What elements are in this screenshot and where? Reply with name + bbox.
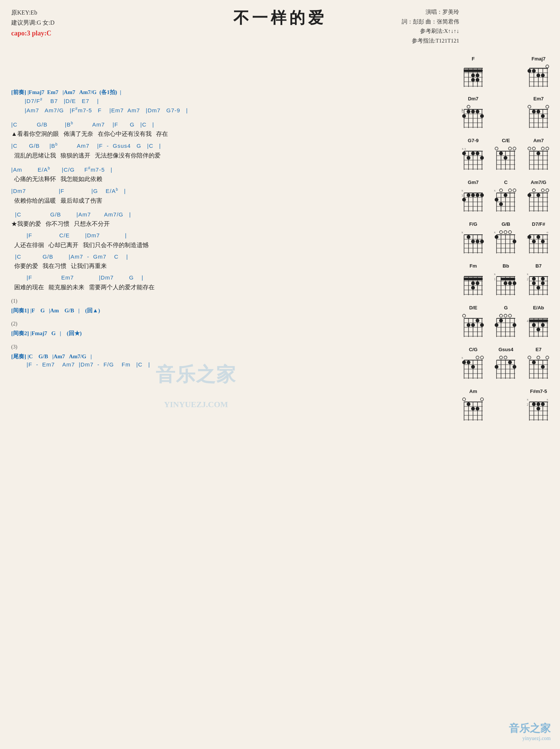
chord-row-5: F/G x [459,221,553,259]
interlude1-section: (1) [间奏1] |F G |Am G/B | (回▲) [11,297,336,315]
svg-point-328 [513,365,516,369]
bottom-logo: 音乐之家 yinyuezj.com [509,721,551,742]
svg-point-250 [541,281,545,285]
svg-point-46 [462,114,466,118]
svg-point-175 [504,231,507,234]
svg-point-140 [504,193,507,197]
svg-point-76 [476,152,479,155]
watermark-url: YINYUEZJ.COM [164,400,228,409]
svg-point-315 [504,356,507,359]
verse1-lyric1: ▲看着你空洞的眼 佈满了无奈 在你心中还有没有我 存在 [11,129,336,138]
chord-row-2: Dm7 x 5 [459,96,553,134]
svg-point-127 [508,189,511,192]
chorus-lyric2: 人还在徘徊 心却已离开 我们只会不停的制造遗憾 [11,241,336,250]
bridge-lyric2: 依赖你给的温暖 最后却成了伤害 [11,196,336,205]
svg-point-45 [476,110,479,113]
svg-point-142 [499,202,503,206]
svg-point-313 [471,365,475,369]
strum-info: 参考刷法:X↑↓↑↓ [402,26,459,36]
svg-text:o: o [547,230,548,234]
svg-point-295 [532,323,536,327]
suggestion-info: 建议男调:G 女:D [11,18,55,28]
svg-point-12 [476,74,479,77]
chord-C: C x [492,180,520,218]
interlude2-section: (2) [间奏2] |Fmaj7 G | (回★) [11,320,336,338]
svg-text:x: x [527,272,529,276]
svg-point-297 [541,323,545,327]
chord-Am7: Am7 [525,138,553,176]
svg-point-62 [541,114,545,118]
outro-line1: |F - Em7 Am7 |Dm7 - F/G Fm |C | [11,361,336,369]
prelude-line2: |Am7 Am7/G |F#m7-5 F |Em7 Am7 |Dm7 G7-9 … [11,106,336,115]
svg-point-202 [532,240,536,243]
svg-point-269 [508,314,511,317]
svg-text:3: 3 [461,194,463,197]
svg-point-174 [508,231,511,234]
svg-point-94 [528,147,531,150]
svg-point-28 [536,74,540,77]
chord-FG-grid: x [460,228,486,258]
svg-point-280 [495,323,498,327]
svg-text:5: 5 [461,110,463,114]
chord-GB-grid: x [493,228,519,258]
svg-point-203 [536,235,540,239]
svg-text:2: 2 [527,277,529,281]
svg-point-249 [532,281,536,285]
svg-point-93 [504,156,507,160]
meta-right: 演唱：罗美玲 詞：彭彭 曲：张简君伟 参考刷法:X↑↓↑↓ 参考指法:T121T… [402,7,459,46]
svg-point-13 [476,78,479,82]
chord-Gsus4: Gsus4 [492,347,520,385]
svg-point-357 [471,407,475,411]
svg-rect-231 [501,278,515,280]
chorus-section: |C G/B |Am7 Am7/G | ★我要的爱 你不习惯 只想永不分开 |F… [11,210,336,292]
svg-point-26 [528,69,531,73]
svg-point-108 [536,152,540,155]
svg-point-169 [467,235,470,239]
svg-point-342 [532,361,536,364]
svg-point-263 [467,323,470,327]
chord-G: G [492,305,520,343]
chord-Am7-grid [526,144,552,174]
chord-CE: C/E [492,138,520,176]
svg-rect-10 [464,69,483,72]
svg-point-75 [471,152,475,155]
page-container: 不一样的爱 原KEY:Eb 建议男调:G 女:D capo:3 play:C 演… [0,0,560,749]
finger-info: 参考指法:T121T121 [402,36,459,46]
svg-point-43 [467,110,470,113]
chorus-lyric3: 你要的爱 我在习惯 让我们再重来 [11,262,336,271]
chord-FG: F/G x [459,221,487,259]
chord-diagrams: F [459,56,553,430]
svg-point-122 [471,193,475,197]
chord-row-6: Fm Bb [459,263,553,301]
chord-D7Fs-grid: o 2 [526,228,552,258]
verse1-chord2: |C G/B |Bb Am7 |F - Gsus4 G |C | [11,141,336,150]
svg-point-232 [504,281,507,285]
chord-row-7: D/E [459,305,553,343]
svg-point-157 [536,193,540,197]
svg-point-61 [536,110,540,113]
svg-point-92 [499,152,503,155]
svg-point-80 [508,147,511,150]
svg-point-44 [471,110,475,113]
chord-Em7: Em7 [525,96,553,134]
svg-text:x: x [494,188,496,192]
chord-Gm7-grid: x 3 [460,186,486,216]
svg-point-124 [480,193,484,197]
chorus-lyric4: 困难的现在 能克服的未来 需要两个人的爱才能存在 [11,283,336,292]
chord-row-1: F [459,56,553,92]
svg-point-375 [536,407,540,411]
svg-point-247 [532,277,536,281]
capo-info: capo:3 play:C [11,28,55,39]
chord-Dm7-grid: x 5 [460,103,486,132]
svg-point-29 [541,74,545,77]
svg-point-251 [536,286,540,290]
chord-G7-9: G7-9 x x [459,138,487,176]
svg-point-79 [495,147,498,150]
chord-DE: D/E [459,305,487,343]
chord-B7-grid: x 2 [526,270,552,300]
svg-point-96 [541,147,544,150]
svg-point-282 [513,323,516,327]
bridge-section: |Am E/Ab |C/G F#m7-5 | 心痛的无法释怀 我怎能如此依赖 |… [11,165,336,205]
logo-en: yinyuezj.com [509,736,551,742]
svg-point-344 [463,398,466,401]
